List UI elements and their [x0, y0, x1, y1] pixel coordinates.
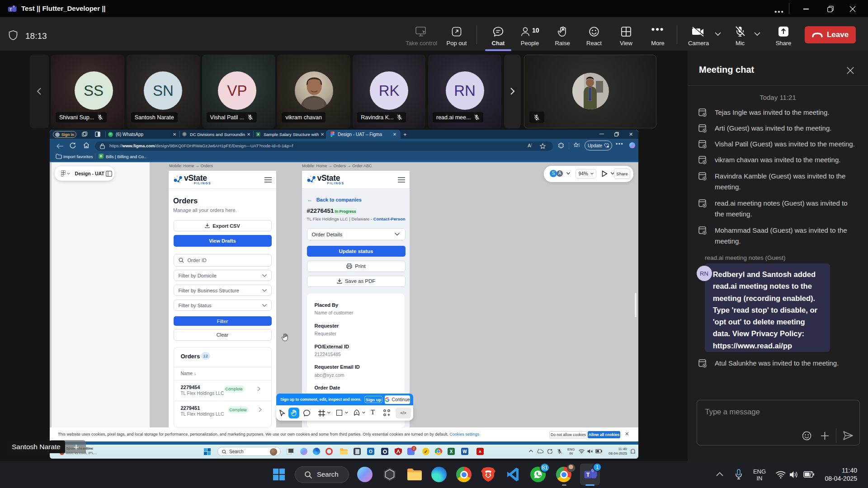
- svg-text:T: T: [9, 7, 12, 12]
- svg-text:T: T: [586, 471, 590, 478]
- svg-text:!: !: [608, 145, 608, 148]
